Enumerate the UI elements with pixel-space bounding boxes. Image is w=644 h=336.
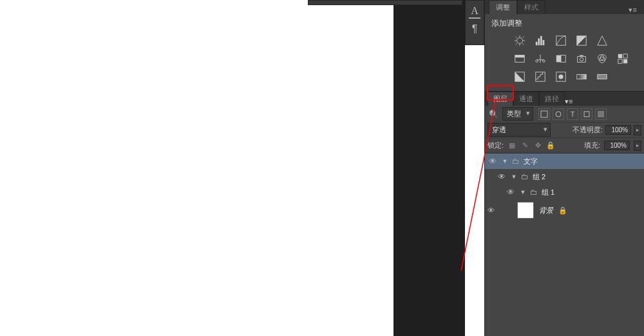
exposure-icon[interactable] <box>575 34 588 47</box>
layer-thumbnail[interactable] <box>517 202 534 219</box>
posterize-icon[interactable] <box>534 70 547 83</box>
svg-rect-10 <box>538 38 540 45</box>
svg-rect-23 <box>580 55 583 57</box>
filter-smart-icon[interactable] <box>595 108 607 120</box>
levels-icon[interactable] <box>534 34 547 47</box>
filter-type-icon[interactable]: T <box>567 108 578 120</box>
opacity-value[interactable]: 100% <box>605 125 631 135</box>
visibility-toggle-icon[interactable]: 👁 <box>488 157 498 166</box>
lock-label: 锁定: <box>488 141 504 150</box>
lock-fill-row: 锁定: ▦ ✎ ✥ 🔒 填充: 100% ▸ <box>485 138 644 153</box>
vibrance-icon[interactable] <box>596 34 609 47</box>
expand-caret-icon[interactable]: ▼ <box>502 158 508 164</box>
adjustment-row-2 <box>513 52 638 65</box>
tab-styles[interactable]: 样式 <box>517 0 545 14</box>
svg-rect-35 <box>577 74 586 79</box>
lock-all-icon[interactable]: 🔒 <box>546 141 555 150</box>
expand-caret-icon[interactable]: ▼ <box>511 173 517 180</box>
filter-pixel-icon[interactable] <box>538 108 550 120</box>
svg-rect-12 <box>543 40 545 45</box>
layer-name[interactable]: 组 1 <box>542 188 554 197</box>
visibility-toggle-icon[interactable]: 👁 <box>488 206 498 214</box>
pasteboard-area <box>393 0 465 336</box>
layers-panel-menu-icon[interactable]: ▾≡ <box>565 97 573 106</box>
options-bar-fragment <box>308 0 462 5</box>
svg-line-6 <box>523 44 524 45</box>
svg-point-22 <box>580 57 583 61</box>
svg-rect-11 <box>540 36 542 45</box>
layer-list: 👁 ▼ 🗀 文字 👁 ▼ 🗀 组 2 👁 ▼ 🗀 组 1 👁 背景 🔒 <box>485 153 644 221</box>
paragraph-panel-icon[interactable]: ¶ <box>466 21 483 37</box>
add-adjustment-label: 添加调整 <box>491 18 638 29</box>
gradient-map-icon[interactable] <box>575 70 588 83</box>
layer-name[interactable]: 组 2 <box>533 172 545 182</box>
threshold-icon[interactable] <box>554 70 567 83</box>
right-panel-dock: 调整 样式 ▾≡ 添加调整 <box>484 0 644 336</box>
svg-point-34 <box>558 74 563 79</box>
opacity-dropdown-icon[interactable]: ▸ <box>634 125 641 135</box>
svg-line-7 <box>523 37 524 38</box>
svg-rect-36 <box>598 74 607 79</box>
tab-layers[interactable]: 图层 <box>488 92 513 106</box>
folder-icon: 🗀 <box>530 188 538 197</box>
tab-paths[interactable]: 路径 <box>539 92 565 106</box>
character-panel-icon[interactable]: A <box>469 3 480 19</box>
svg-rect-27 <box>618 54 622 58</box>
hue-saturation-icon[interactable] <box>513 52 526 65</box>
layer-row-group-2[interactable]: 👁 ▼ 🗀 组 2 <box>485 169 644 184</box>
layers-tab-bar: 图层 通道 路径 ▾≡ <box>485 92 644 106</box>
lock-icon: 🔒 <box>558 206 567 215</box>
document-canvas[interactable] <box>0 0 393 336</box>
svg-rect-37 <box>541 111 547 117</box>
layer-row-text-group[interactable]: 👁 ▼ 🗀 文字 <box>485 153 644 169</box>
panel-menu-icon[interactable]: ▾≡ <box>626 6 640 14</box>
visibility-toggle-icon[interactable]: 👁 <box>497 172 507 181</box>
color-balance-icon[interactable] <box>534 52 547 65</box>
layer-filter-row: 🔍 类型 T <box>485 106 644 123</box>
tab-channels[interactable]: 通道 <box>513 92 539 106</box>
svg-rect-39 <box>584 112 589 117</box>
lock-pixels-icon[interactable]: ✎ <box>520 141 529 150</box>
lock-transparent-icon[interactable]: ▦ <box>507 141 516 150</box>
black-white-icon[interactable] <box>554 52 567 65</box>
brightness-contrast-icon[interactable] <box>513 34 526 47</box>
svg-rect-40 <box>598 111 604 117</box>
curves-icon[interactable] <box>554 34 567 47</box>
svg-point-38 <box>556 112 561 117</box>
opacity-label: 不透明度: <box>573 125 603 135</box>
color-lookup-icon[interactable] <box>616 52 629 65</box>
svg-rect-13 <box>556 36 565 45</box>
svg-line-8 <box>516 44 517 45</box>
svg-rect-30 <box>623 59 627 63</box>
svg-rect-29 <box>618 59 622 63</box>
svg-rect-9 <box>536 42 538 45</box>
selective-color-icon[interactable] <box>596 70 609 83</box>
lock-position-icon[interactable]: ✥ <box>533 141 542 150</box>
expand-caret-icon[interactable]: ▼ <box>520 189 526 195</box>
filter-shape-icon[interactable] <box>581 108 592 120</box>
adjustment-row-3 <box>513 70 638 83</box>
svg-rect-19 <box>556 55 561 63</box>
fill-label: 填充: <box>584 141 600 150</box>
search-icon: 🔍 <box>488 110 500 119</box>
photo-filter-icon[interactable] <box>575 52 588 65</box>
layer-name[interactable]: 文字 <box>524 157 538 166</box>
svg-rect-28 <box>623 54 627 58</box>
adjustment-row-1 <box>513 34 638 47</box>
layer-filter-kind-select[interactable]: 类型 <box>502 107 533 121</box>
visibility-toggle-icon[interactable]: 👁 <box>506 188 516 197</box>
adjustments-tab-bar: 调整 样式 ▾≡ <box>485 0 644 14</box>
layer-row-group-1[interactable]: 👁 ▼ 🗀 组 1 <box>485 184 644 200</box>
svg-point-26 <box>600 57 605 63</box>
fill-dropdown-icon[interactable]: ▸ <box>634 141 641 151</box>
blend-mode-select[interactable]: 穿透 <box>488 123 551 137</box>
invert-icon[interactable] <box>513 70 526 83</box>
svg-line-5 <box>516 37 517 38</box>
channel-mixer-icon[interactable] <box>596 52 609 65</box>
adjustments-panel-body: 添加调整 <box>485 14 644 92</box>
layer-name[interactable]: 背景 <box>539 206 553 215</box>
filter-adjust-icon[interactable] <box>553 108 564 120</box>
layer-row-background[interactable]: 👁 背景 🔒 <box>485 200 644 221</box>
fill-value[interactable]: 100% <box>604 141 630 150</box>
tab-adjustments[interactable]: 调整 <box>489 0 517 14</box>
